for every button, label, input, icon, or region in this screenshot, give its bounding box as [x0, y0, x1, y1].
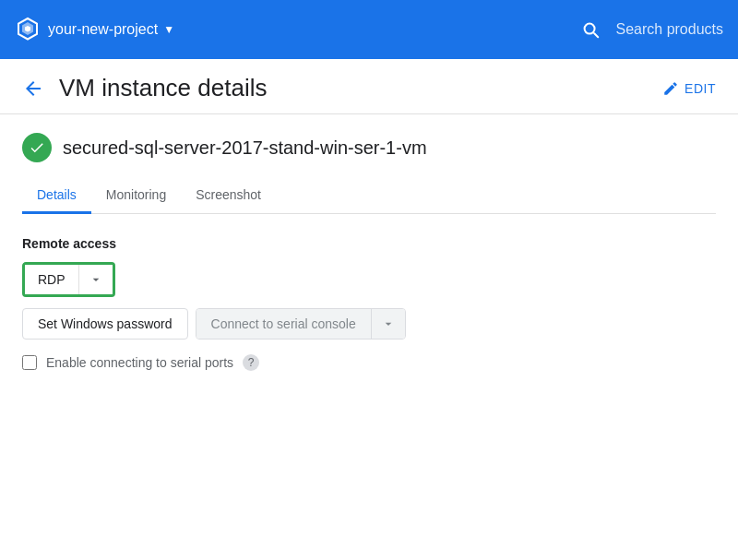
action-row: Set Windows password Connect to serial c… — [22, 308, 716, 340]
status-indicator — [22, 133, 52, 162]
check-icon — [29, 139, 45, 156]
back-button[interactable] — [22, 77, 44, 100]
edit-label: EDIT — [684, 81, 716, 96]
help-icon[interactable]: ? — [243, 354, 259, 371]
connect-serial-console-button[interactable]: Connect to serial console — [196, 309, 371, 339]
dropdown-arrow-icon — [89, 272, 103, 287]
serial-console-dropdown-icon — [381, 316, 396, 331]
tab-monitoring[interactable]: Monitoring — [91, 178, 181, 214]
page-title: VM instance details — [59, 74, 662, 102]
vm-name: secured-sql-server-2017-stand-win-ser-1-… — [63, 137, 427, 159]
enable-serial-ports-label: Enable connecting to serial ports — [46, 355, 233, 370]
rdp-button-group: RDP — [22, 262, 115, 297]
enable-serial-ports-row: Enable connecting to serial ports ? — [22, 354, 716, 371]
project-selector[interactable]: your-new-project ▼ — [48, 21, 174, 38]
project-dropdown-icon: ▼ — [163, 23, 174, 36]
tab-details[interactable]: Details — [22, 178, 91, 214]
vm-name-row: secured-sql-server-2017-stand-win-ser-1-… — [22, 133, 716, 162]
search-icon — [580, 19, 601, 40]
content-body: secured-sql-server-2017-stand-win-ser-1-… — [0, 114, 738, 371]
tabs: Details Monitoring Screenshot — [22, 177, 716, 214]
edit-icon — [662, 80, 679, 97]
gcp-logo-icon — [15, 17, 41, 42]
project-name: your-new-project — [48, 21, 158, 38]
navbar-logo — [15, 17, 41, 42]
remote-access-section-label: Remote access — [22, 236, 716, 251]
enable-serial-ports-checkbox[interactable] — [22, 355, 37, 370]
set-windows-password-button[interactable]: Set Windows password — [22, 308, 188, 340]
navbar-search: Search products — [580, 19, 723, 40]
serial-console-dropdown-button[interactable] — [371, 309, 405, 339]
page-header: VM instance details EDIT — [0, 59, 738, 114]
rdp-button[interactable]: RDP — [25, 265, 79, 294]
navbar: your-new-project ▼ Search products — [0, 0, 738, 59]
serial-console-group: Connect to serial console — [196, 308, 406, 340]
rdp-dropdown-button[interactable] — [79, 265, 113, 294]
tab-screenshot[interactable]: Screenshot — [181, 178, 276, 214]
search-text[interactable]: Search products — [615, 21, 723, 38]
back-arrow-icon — [22, 77, 44, 100]
edit-button[interactable]: EDIT — [662, 80, 716, 97]
search-button[interactable] — [580, 19, 601, 40]
